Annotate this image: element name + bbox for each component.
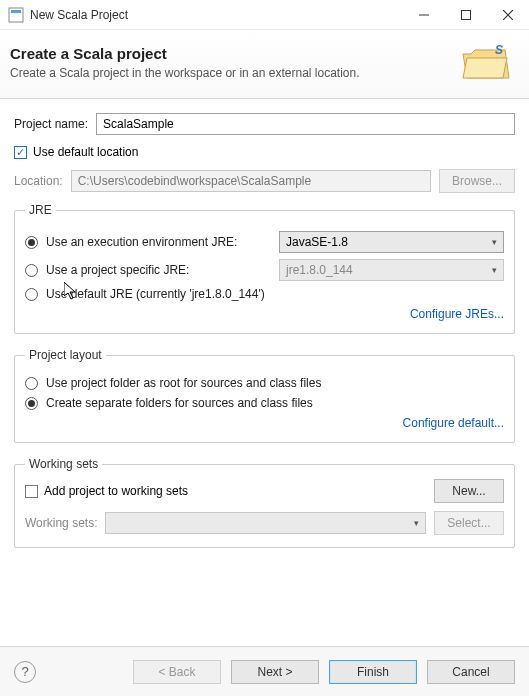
help-button[interactable]: ?	[14, 661, 36, 683]
wizard-heading: Create a Scala project	[10, 45, 461, 62]
project-layout-group: Project layout Use project folder as roo…	[14, 348, 515, 443]
radio-root-folder[interactable]	[25, 377, 38, 390]
working-sets-group: Working sets Add project to working sets…	[14, 457, 515, 548]
maximize-button[interactable]	[445, 0, 487, 30]
window-title: New Scala Project	[30, 8, 403, 22]
back-button: < Back	[133, 660, 221, 684]
wizard-header: Create a Scala project Create a Scala pr…	[0, 30, 529, 99]
radio-separate-folders[interactable]	[25, 397, 38, 410]
radio-root-folder-label: Use project folder as root for sources a…	[46, 376, 504, 390]
jre-group: JRE Use an execution environment JRE: Ja…	[14, 203, 515, 334]
radio-project-specific-label: Use a project specific JRE:	[46, 263, 279, 277]
working-sets-label: Working sets:	[25, 516, 97, 530]
use-default-location-checkbox[interactable]: ✓ Use default location	[14, 145, 515, 159]
svg-rect-1	[11, 10, 21, 13]
add-to-working-sets-label: Add project to working sets	[44, 484, 188, 498]
cancel-button[interactable]: Cancel	[427, 660, 515, 684]
select-working-sets-button: Select...	[434, 511, 504, 535]
folder-scala-icon: S	[461, 40, 511, 84]
project-layout-legend: Project layout	[25, 348, 106, 362]
radio-default-jre[interactable]	[25, 288, 38, 301]
svg-text:S: S	[495, 43, 503, 57]
project-name-input[interactable]	[96, 113, 515, 135]
working-sets-legend: Working sets	[25, 457, 102, 471]
new-working-set-button[interactable]: New...	[434, 479, 504, 503]
use-default-location-label: Use default location	[33, 145, 138, 159]
svg-rect-3	[462, 10, 471, 19]
chevron-down-icon: ▾	[492, 265, 497, 275]
wizard-footer: ? < Back Next > Finish Cancel	[0, 646, 529, 696]
location-input	[71, 170, 431, 192]
radio-exec-env[interactable]	[25, 236, 38, 249]
radio-default-jre-label: Use default JRE (currently 'jre1.8.0_144…	[46, 287, 504, 301]
browse-button: Browse...	[439, 169, 515, 193]
configure-jres-link[interactable]: Configure JREs...	[410, 307, 504, 321]
jre-legend: JRE	[25, 203, 56, 217]
radio-project-specific[interactable]	[25, 264, 38, 277]
location-label: Location:	[14, 174, 63, 188]
titlebar: New Scala Project	[0, 0, 529, 30]
chevron-down-icon: ▾	[414, 518, 419, 528]
finish-button[interactable]: Finish	[329, 660, 417, 684]
project-name-label: Project name:	[14, 117, 88, 131]
close-button[interactable]	[487, 0, 529, 30]
radio-separate-folders-label: Create separate folders for sources and …	[46, 396, 504, 410]
minimize-button[interactable]	[403, 0, 445, 30]
wizard-subheading: Create a Scala project in the workspace …	[10, 66, 461, 80]
configure-default-link[interactable]: Configure default...	[403, 416, 504, 430]
next-button[interactable]: Next >	[231, 660, 319, 684]
chevron-down-icon: ▾	[492, 237, 497, 247]
radio-exec-env-label: Use an execution environment JRE:	[46, 235, 279, 249]
add-to-working-sets-checkbox[interactable]: Add project to working sets	[25, 484, 434, 498]
project-specific-select: jre1.8.0_144 ▾	[279, 259, 504, 281]
check-icon: ✓	[16, 147, 25, 158]
exec-env-select[interactable]: JavaSE-1.8 ▾	[279, 231, 504, 253]
app-icon	[8, 7, 24, 23]
working-sets-select: ▾	[105, 512, 426, 534]
